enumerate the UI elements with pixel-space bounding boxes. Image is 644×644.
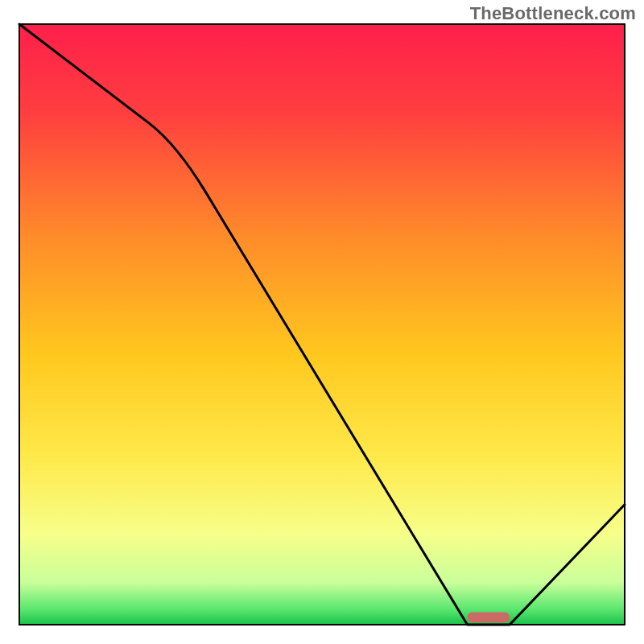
optimal-range-marker [467, 613, 510, 623]
plot-background [19, 24, 625, 625]
chart-container: TheBottleneck.com [0, 0, 644, 644]
bottleneck-chart [0, 0, 644, 644]
